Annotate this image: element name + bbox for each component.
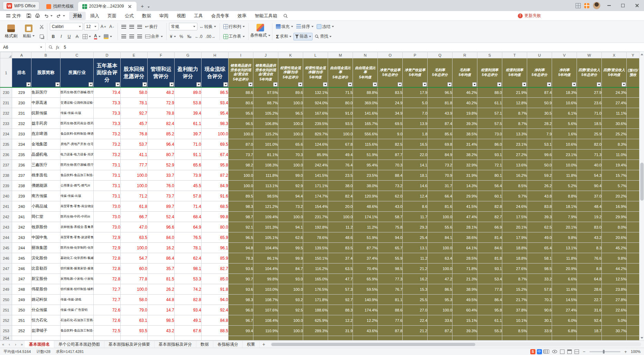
cell-score[interactable]: 100.0 xyxy=(121,181,148,191)
cell-metric[interactable]: 66.4 xyxy=(428,191,452,201)
cell-metric[interactable]: 87.2 xyxy=(428,326,452,336)
cell-stock-name[interactable]: 新宝股份 xyxy=(31,274,60,284)
cell-score[interactable]: 78.1 xyxy=(121,98,148,108)
cell-score[interactable]: 86.4 xyxy=(148,253,175,263)
cell-stock-name[interactable]: 中国中免 xyxy=(31,232,60,243)
cell-metric[interactable]: 100.0 xyxy=(428,305,452,315)
cell-metric[interactable]: 65.9% xyxy=(353,274,378,284)
borders-button[interactable] xyxy=(82,33,92,40)
cell-metric[interactable]: 99.6 xyxy=(527,150,552,160)
cell-metric[interactable]: 77.8 xyxy=(477,284,502,295)
cell-metric[interactable]: 141.6% xyxy=(353,108,378,118)
cell-metric[interactable]: 43.0 xyxy=(378,201,403,212)
cell-metric[interactable]: 27.9 xyxy=(577,87,602,98)
cell-score[interactable]: 61.1 xyxy=(175,118,202,129)
row-number[interactable]: 250 xyxy=(0,295,12,305)
cell-metric[interactable]: 9.0 xyxy=(378,129,403,139)
cell-metric[interactable]: 15.1% xyxy=(452,315,477,326)
cell-industry[interactable]: 传媒-传媒-广告营销 xyxy=(60,305,94,315)
cell-metric[interactable]: 76.4 xyxy=(328,160,353,170)
scrollbar-thumb[interactable] xyxy=(640,163,644,201)
header-cell-E[interactable]: 股东回报意愿评分 xyxy=(121,58,148,87)
cell-metric[interactable]: 80.6 xyxy=(228,98,253,108)
cell-metric[interactable]: 98.5% xyxy=(253,191,278,201)
row-number[interactable]: 242 xyxy=(0,212,12,222)
cell-metric[interactable]: 43.9 xyxy=(428,108,452,118)
cell-metric[interactable]: 96.7 xyxy=(228,315,253,326)
cell-metric[interactable]: 50.9 xyxy=(527,98,552,108)
menu-item-插入[interactable]: 插入 xyxy=(86,12,103,20)
row-number[interactable]: 236 xyxy=(0,150,12,160)
cell-score[interactable]: 72.9 xyxy=(148,98,175,108)
cell-partial[interactable] xyxy=(627,139,640,150)
menu-item-数据[interactable]: 数据 xyxy=(138,12,155,20)
cell-metric[interactable]: 150.1% xyxy=(303,253,328,263)
cell-metric[interactable]: 37.4 xyxy=(328,253,353,263)
filter-dropdown-icon[interactable] xyxy=(169,82,174,87)
cell-metric[interactable]: 38.9% xyxy=(452,284,477,295)
cell-rank[interactable]: 229 xyxy=(12,87,31,98)
cell-score[interactable]: 68.4 xyxy=(175,212,202,222)
cell-metric[interactable]: 25.5 xyxy=(403,295,428,305)
cell-metric[interactable]: 38.0 xyxy=(328,181,353,191)
row-number[interactable]: 247 xyxy=(0,263,12,274)
cell-metric[interactable]: 85.9% xyxy=(303,150,328,160)
cell-metric[interactable]: 100.0 xyxy=(278,315,303,326)
header-cell-I[interactable]: 销售商品提供劳务收到的现金/营业收5年总评分 xyxy=(228,58,253,87)
cell-score[interactable]: 78.1 xyxy=(175,243,202,253)
cell-metric[interactable]: 21.9% xyxy=(502,87,527,98)
cell-metric[interactable]: 100.0 xyxy=(228,170,253,181)
cell-metric[interactable]: 100.0 xyxy=(328,129,353,139)
column-letter-U[interactable]: U xyxy=(527,52,552,58)
cell-rank[interactable]: 230 xyxy=(12,98,31,108)
cell-metric[interactable]: 48.4 xyxy=(577,201,602,212)
cell-metric[interactable]: 96.5 xyxy=(228,232,253,243)
cell-metric[interactable]: 75.8 xyxy=(378,222,403,232)
cell-rank[interactable]: 232 xyxy=(12,118,31,129)
cell-metric[interactable]: 11.8% xyxy=(552,170,577,181)
cell-metric[interactable]: 171.8% xyxy=(303,295,328,305)
page-layout-view-icon[interactable] xyxy=(567,349,572,354)
cell-metric[interactable]: 73.2 xyxy=(278,201,303,212)
cell-metric[interactable]: 86.4 xyxy=(477,295,502,305)
cell-stock-name[interactable]: 南方传媒 xyxy=(31,191,60,201)
cell-metric[interactable]: 23.5% xyxy=(353,170,378,181)
cell-rank[interactable]: 242 xyxy=(12,222,31,232)
column-letter-C[interactable]: C xyxy=(60,52,94,58)
header-cell-Y[interactable]: (预付)/预收 xyxy=(627,58,640,87)
header-cell-O[interactable]: 净资产收益率5年总评分 xyxy=(378,58,403,87)
cell-stock-name[interactable]: 佛燃能源 xyxy=(31,181,60,191)
align-top-button[interactable] xyxy=(120,23,127,30)
cell-score[interactable]: 95.8 xyxy=(202,160,228,170)
cell-metric[interactable]: 53.1 xyxy=(527,139,552,150)
cell-metric[interactable]: 19.4% xyxy=(602,160,627,170)
column-letter-J[interactable]: J xyxy=(253,52,278,58)
cell-metric[interactable]: 100.0 xyxy=(428,212,452,222)
menu-item-页面[interactable]: 页面 xyxy=(104,12,120,20)
cell-metric[interactable]: 95.8 xyxy=(477,305,502,315)
cell-industry[interactable]: 房地产-房地产开发-住宅开发 xyxy=(60,139,94,150)
cell-metric[interactable]: 14.6 xyxy=(403,181,428,191)
cell-metric[interactable]: 49.5% xyxy=(452,295,477,305)
cell-metric[interactable]: 9.8% xyxy=(552,232,577,243)
cell-metric[interactable] xyxy=(428,336,452,340)
cell-score[interactable]: 72.6 xyxy=(94,315,121,326)
cell-stock-name[interactable]: 皖新传媒 xyxy=(31,108,60,118)
zoom-level[interactable]: 100% xyxy=(631,349,641,354)
cell-metric[interactable]: 87.7 xyxy=(378,150,403,160)
cell-metric[interactable]: 103.0% xyxy=(253,284,278,295)
cell-metric[interactable]: 11.0% xyxy=(602,150,627,160)
cell-metric[interactable] xyxy=(502,336,527,340)
cell-metric[interactable]: 76.6 xyxy=(577,253,602,263)
cell-metric[interactable]: 7.9% xyxy=(552,212,577,222)
header-cell-B[interactable]: 股票简称 xyxy=(31,58,60,87)
cell-metric[interactable]: 18.8% xyxy=(502,243,527,253)
cell-metric[interactable]: 98.5 xyxy=(378,263,403,274)
cell-metric[interactable]: 11.8% xyxy=(552,253,577,263)
cell-metric[interactable]: 98.3 xyxy=(228,295,253,305)
cell-metric[interactable]: 99.4 xyxy=(228,326,253,336)
cell-metric[interactable]: 8.7% xyxy=(502,108,527,118)
cell-rank[interactable]: 244 xyxy=(12,243,31,253)
cell-metric[interactable]: 33.2 xyxy=(527,274,552,284)
row-number[interactable]: 254 xyxy=(0,336,12,340)
